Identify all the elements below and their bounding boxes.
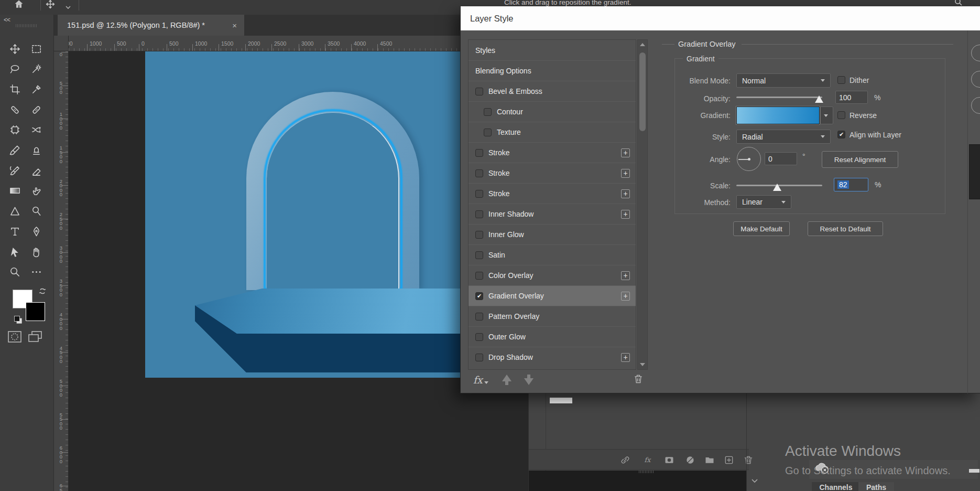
eraser-tool-icon[interactable] (28, 163, 44, 178)
crop-tool-icon[interactable] (7, 81, 23, 97)
tab-channels[interactable]: Channels (812, 482, 860, 491)
blend-mode-select[interactable]: Normal (736, 73, 831, 88)
background-color-swatch[interactable] (26, 302, 45, 321)
row-styles[interactable]: Styles (469, 40, 636, 60)
document-tab[interactable]: 151.psd @ 12.5% (Polygon 1, RGB/8#) * × (58, 15, 244, 36)
effect-checkbox[interactable] (475, 169, 483, 177)
opacity-slider[interactable] (736, 97, 822, 98)
more-tools-tool-icon[interactable] (28, 264, 44, 280)
row-texture[interactable]: Texture (469, 122, 636, 142)
effect-checkbox[interactable] (475, 210, 483, 218)
tab-paths[interactable]: Paths (858, 482, 894, 491)
pen-tool-icon[interactable] (28, 223, 44, 239)
effect-checkbox[interactable] (475, 190, 483, 198)
move-tool-option-icon[interactable] (45, 0, 56, 12)
dodge-tool-icon[interactable] (28, 204, 44, 219)
row-inner-shadow[interactable]: Inner Shadow+ (469, 204, 636, 224)
smudge-tool-icon[interactable] (28, 183, 44, 199)
scale-input[interactable]: 82 (834, 178, 868, 191)
add-effect-instance-button[interactable]: + (621, 169, 630, 178)
reverse-checkbox[interactable] (837, 111, 845, 119)
collapse-panel-chevron-icon[interactable] (751, 476, 758, 485)
healing-brush-tool-icon[interactable] (28, 102, 44, 118)
new-style-button[interactable] (971, 97, 980, 114)
angle-dial[interactable] (737, 147, 761, 171)
effect-checkbox[interactable] (475, 251, 483, 259)
history-brush-tool-icon[interactable] (7, 163, 23, 178)
row-stroke-3[interactable]: Stroke+ (469, 183, 636, 204)
quick-mask-icon[interactable] (8, 331, 21, 345)
cancel-button[interactable] (971, 71, 980, 88)
panel-grip[interactable] (639, 471, 655, 473)
move-effect-down-button[interactable] (524, 375, 533, 385)
gradient-swatch[interactable] (736, 106, 820, 124)
gradient-tool-icon[interactable] (7, 183, 23, 199)
scroll-down-icon[interactable] (640, 363, 645, 366)
row-pattern-overlay[interactable]: Pattern Overlay (469, 306, 636, 326)
clone-stamp-tool-icon[interactable] (28, 143, 44, 158)
home-icon[interactable] (14, 0, 24, 12)
row-stroke-2[interactable]: Stroke+ (469, 163, 636, 183)
row-blending-options[interactable]: Blending Options (469, 60, 636, 81)
add-effect-instance-button[interactable]: + (621, 148, 630, 157)
close-tab-icon[interactable]: × (232, 21, 237, 30)
row-drop-shadow[interactable]: Drop Shadow+ (469, 347, 636, 367)
row-outer-glow[interactable]: Outer Glow (469, 326, 636, 347)
add-effect-instance-button[interactable]: + (621, 292, 630, 301)
effect-checkbox[interactable] (484, 129, 492, 136)
row-inner-glow[interactable]: Inner Glow (469, 224, 636, 244)
reset-alignment-button[interactable]: Reset Alignment (822, 151, 898, 168)
row-contour[interactable]: Contour (469, 101, 636, 122)
vertical-ruler[interactable]: 05 0 01 0 0 01 5 0 02 0 0 02 5 0 03 0 0 … (54, 51, 69, 491)
effect-checkbox[interactable] (484, 108, 492, 116)
effect-checkbox[interactable] (475, 88, 483, 95)
swap-colors-icon[interactable] (38, 286, 47, 298)
effect-checkbox[interactable] (475, 333, 483, 341)
effect-checkbox[interactable] (475, 313, 483, 321)
patch-tool-icon[interactable] (7, 122, 23, 138)
canvas-pasteboard[interactable] (69, 51, 528, 491)
lasso-tool-icon[interactable] (7, 61, 23, 77)
spot-healing-tool-icon[interactable] (7, 102, 23, 118)
dither-checkbox[interactable] (837, 76, 845, 84)
chevron-down-icon[interactable] (65, 2, 71, 12)
method-select[interactable]: Linear (736, 195, 791, 209)
add-effect-instance-button[interactable]: + (621, 271, 630, 280)
align-with-layer-checkbox[interactable]: ✔ (837, 131, 845, 138)
delete-icon[interactable] (742, 454, 755, 466)
gradient-picker-button[interactable] (820, 106, 833, 124)
reset-to-default-button[interactable]: Reset to Default (808, 221, 883, 236)
marquee-tool-icon[interactable] (28, 41, 44, 57)
shape-triangle-tool-icon[interactable] (7, 204, 23, 219)
link-icon[interactable] (619, 454, 631, 466)
row-gradient-overlay[interactable]: ✔Gradient Overlay+ (469, 285, 636, 306)
ok-button[interactable] (971, 45, 980, 61)
zoom-tool-icon[interactable] (7, 264, 23, 280)
effect-checkbox[interactable] (475, 272, 483, 280)
path-selection-tool-icon[interactable] (7, 244, 23, 260)
style-select[interactable]: Radial (736, 130, 831, 144)
type-tool-icon[interactable] (7, 223, 23, 239)
add-effect-instance-button[interactable]: + (621, 210, 630, 219)
row-color-overlay[interactable]: Color Overlay+ (469, 265, 636, 285)
add-effect-instance-button[interactable]: + (621, 353, 630, 362)
dialog-title-bar[interactable]: Layer Style (461, 6, 980, 30)
horizontal-ruler[interactable]: 0010005000500100015002000250030003500400… (69, 36, 460, 51)
make-default-button[interactable]: Make Default (733, 221, 790, 236)
layer-mask-icon[interactable] (663, 454, 676, 466)
angle-input[interactable]: 0 (765, 152, 797, 165)
opacity-input[interactable]: 100 (835, 91, 868, 104)
row-bevel-emboss[interactable]: Bevel & Emboss (469, 81, 636, 101)
scale-slider-thumb[interactable] (773, 184, 781, 191)
scroll-up-icon[interactable] (640, 43, 645, 46)
ruler-origin-box[interactable] (54, 36, 69, 51)
new-layer-icon[interactable] (723, 454, 735, 466)
row-stroke-1[interactable]: Stroke+ (469, 142, 636, 163)
add-effect-instance-button[interactable]: + (621, 189, 630, 198)
magic-wand-tool-icon[interactable] (28, 61, 44, 77)
brush-tool-icon[interactable] (7, 143, 23, 158)
fx-menu-button[interactable]: fx (473, 374, 483, 386)
hand-tool-icon[interactable] (28, 244, 44, 260)
fx-icon[interactable]: fx (642, 454, 655, 466)
eyedropper-tool-icon[interactable] (28, 81, 44, 97)
